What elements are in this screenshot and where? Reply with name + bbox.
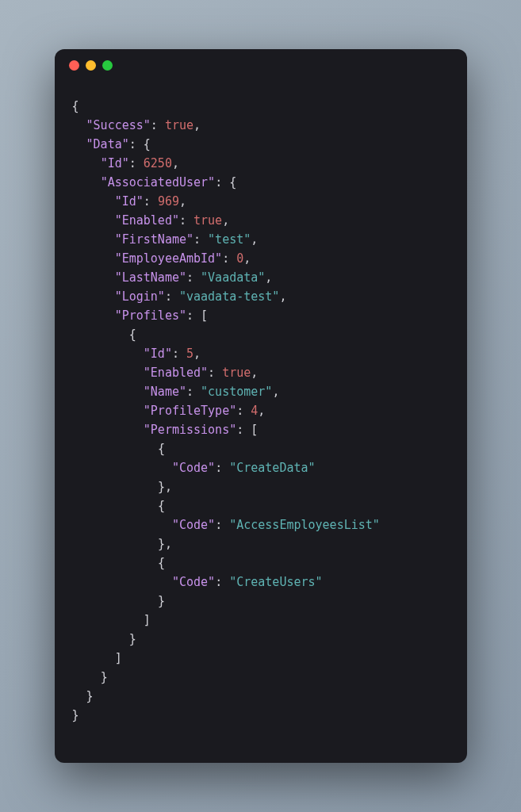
token-punct: , bbox=[265, 270, 272, 285]
token-punct: } bbox=[101, 670, 108, 684]
token-string: "CreateUsers" bbox=[229, 575, 322, 589]
token-key: "Id" bbox=[115, 194, 144, 209]
token-bool: true bbox=[222, 366, 251, 380]
minimize-icon[interactable] bbox=[86, 60, 96, 71]
token-punct: { bbox=[72, 99, 79, 113]
token-key: "Permissions" bbox=[144, 423, 236, 437]
token-key: "Enabled" bbox=[115, 213, 179, 228]
token-punct: } bbox=[129, 632, 136, 646]
token-number: 4 bbox=[251, 404, 258, 418]
token-punct: : bbox=[172, 347, 186, 361]
token-key: "Code" bbox=[172, 461, 215, 475]
token-punct: , bbox=[258, 404, 265, 418]
token-punct: : { bbox=[129, 137, 151, 151]
token-key: "AssociatedUser" bbox=[101, 175, 216, 190]
token-key: "Enabled" bbox=[144, 366, 208, 380]
token-punct: , bbox=[251, 232, 258, 247]
token-key: "Login" bbox=[115, 289, 165, 304]
token-bool: true bbox=[193, 213, 222, 228]
token-punct: ] bbox=[144, 613, 151, 627]
token-key: "LastName" bbox=[115, 270, 186, 285]
token-key: "Profiles" bbox=[115, 308, 186, 323]
window-titlebar bbox=[55, 49, 467, 81]
token-key: "Success" bbox=[86, 118, 151, 132]
token-punct: } bbox=[72, 708, 79, 722]
token-punct: }, bbox=[158, 480, 172, 494]
token-punct: , bbox=[179, 194, 186, 209]
token-key: "ProfileType" bbox=[144, 404, 236, 418]
token-punct: : bbox=[222, 251, 236, 266]
token-bool: true bbox=[165, 118, 193, 132]
token-punct: { bbox=[158, 442, 165, 456]
token-punct: : bbox=[186, 385, 201, 399]
token-string: "test" bbox=[208, 232, 251, 247]
token-punct: { bbox=[158, 556, 165, 570]
token-key: "FirstName" bbox=[115, 232, 193, 247]
code-window: { "Success": true, "Data": { "Id": 6250,… bbox=[55, 49, 467, 763]
close-icon[interactable] bbox=[69, 60, 79, 71]
token-punct: : [ bbox=[236, 423, 258, 437]
token-punct: }, bbox=[158, 537, 172, 551]
token-number: 6250 bbox=[144, 156, 172, 170]
token-key: "Id" bbox=[101, 156, 129, 170]
token-punct: : [ bbox=[186, 308, 208, 323]
token-punct: : bbox=[193, 232, 208, 247]
token-punct: , bbox=[279, 289, 286, 304]
token-punct: : bbox=[215, 575, 229, 589]
token-punct: } bbox=[158, 594, 165, 608]
token-punct: , bbox=[243, 251, 251, 266]
token-punct: , bbox=[272, 385, 279, 399]
token-string: "CreateData" bbox=[229, 461, 315, 475]
token-punct: : bbox=[144, 194, 158, 209]
token-punct: , bbox=[222, 213, 229, 228]
token-key: "EmployeeAmbId" bbox=[115, 251, 222, 266]
token-key: "Code" bbox=[172, 518, 215, 532]
token-punct: , bbox=[193, 118, 201, 132]
token-number: 0 bbox=[236, 251, 243, 266]
token-number: 5 bbox=[186, 347, 193, 361]
token-punct: : bbox=[179, 213, 193, 228]
token-punct: : bbox=[151, 118, 165, 132]
token-key: "Id" bbox=[144, 347, 172, 361]
token-number: 969 bbox=[158, 194, 179, 209]
token-punct: ] bbox=[115, 651, 122, 665]
token-key: "Data" bbox=[86, 137, 129, 151]
token-punct: : bbox=[186, 270, 201, 285]
token-string: "customer" bbox=[201, 385, 272, 399]
token-string: "vaadata-test" bbox=[179, 289, 279, 304]
token-key: "Code" bbox=[172, 575, 215, 589]
token-punct: : bbox=[208, 366, 222, 380]
token-punct: { bbox=[129, 327, 136, 342]
maximize-icon[interactable] bbox=[102, 60, 113, 71]
token-punct: : bbox=[129, 156, 144, 170]
token-punct: , bbox=[251, 366, 258, 380]
token-punct: : bbox=[215, 461, 229, 475]
token-string: "AccessEmployeesList" bbox=[229, 518, 380, 532]
token-string: "Vaadata" bbox=[201, 270, 265, 285]
token-punct: : bbox=[165, 289, 179, 304]
code-content: { "Success": true, "Data": { "Id": 6250,… bbox=[55, 81, 467, 741]
token-punct: : bbox=[215, 518, 229, 532]
token-punct: { bbox=[158, 499, 165, 513]
token-punct: , bbox=[193, 347, 201, 361]
token-punct: } bbox=[86, 689, 94, 703]
token-key: "Name" bbox=[144, 385, 186, 399]
token-punct: : bbox=[236, 404, 251, 418]
token-punct: , bbox=[172, 156, 179, 170]
token-punct: : { bbox=[215, 175, 236, 190]
